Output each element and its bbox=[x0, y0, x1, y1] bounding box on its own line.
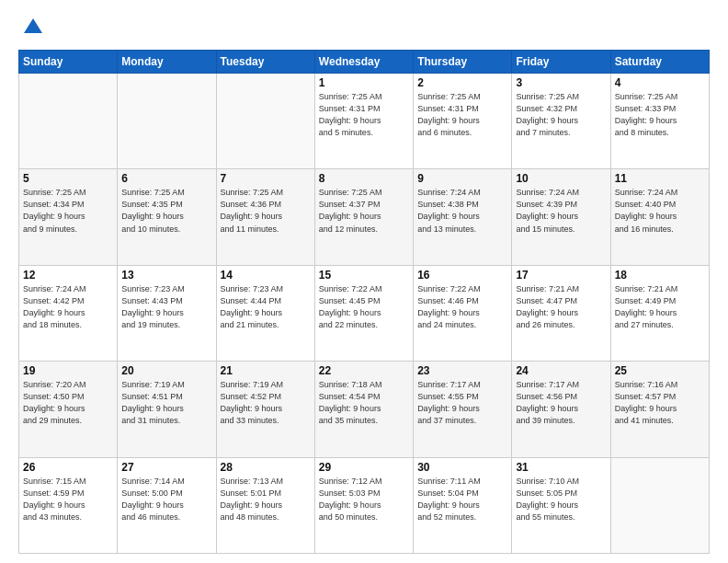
day-info: Sunrise: 7:13 AM Sunset: 5:01 PM Dayligh… bbox=[221, 476, 311, 523]
header bbox=[18, 15, 710, 40]
calendar-cell: 11Sunrise: 7:24 AM Sunset: 4:40 PM Dayli… bbox=[610, 169, 709, 265]
calendar-cell: 15Sunrise: 7:22 AM Sunset: 4:45 PM Dayli… bbox=[314, 265, 413, 361]
day-info: Sunrise: 7:25 AM Sunset: 4:32 PM Dayligh… bbox=[516, 91, 606, 139]
day-info: Sunrise: 7:21 AM Sunset: 4:49 PM Dayligh… bbox=[615, 283, 705, 331]
logo-icon bbox=[20, 15, 46, 40]
day-info: Sunrise: 7:24 AM Sunset: 4:40 PM Dayligh… bbox=[615, 187, 705, 235]
day-number: 2 bbox=[417, 76, 507, 89]
calendar-cell: 7Sunrise: 7:25 AM Sunset: 4:36 PM Daylig… bbox=[216, 169, 314, 265]
calendar-cell: 22Sunrise: 7:18 AM Sunset: 4:54 PM Dayli… bbox=[314, 362, 413, 457]
day-number: 26 bbox=[23, 461, 113, 474]
weekday-header-monday: Monday bbox=[118, 51, 216, 74]
calendar-cell: 14Sunrise: 7:23 AM Sunset: 4:44 PM Dayli… bbox=[216, 265, 314, 361]
day-number: 10 bbox=[516, 172, 606, 185]
week-row-2: 12Sunrise: 7:24 AM Sunset: 4:42 PM Dayli… bbox=[19, 265, 710, 361]
day-number: 14 bbox=[221, 269, 311, 282]
calendar-cell: 30Sunrise: 7:11 AM Sunset: 5:04 PM Dayli… bbox=[414, 457, 512, 553]
calendar-cell: 17Sunrise: 7:21 AM Sunset: 4:47 PM Dayli… bbox=[512, 265, 610, 361]
calendar-cell: 8Sunrise: 7:25 AM Sunset: 4:37 PM Daylig… bbox=[314, 169, 413, 265]
week-row-4: 26Sunrise: 7:15 AM Sunset: 4:59 PM Dayli… bbox=[19, 457, 710, 553]
page: SundayMondayTuesdayWednesdayThursdayFrid… bbox=[0, 0, 728, 563]
weekday-header-tuesday: Tuesday bbox=[216, 51, 314, 74]
day-info: Sunrise: 7:18 AM Sunset: 4:54 PM Dayligh… bbox=[319, 379, 409, 427]
calendar-cell: 20Sunrise: 7:19 AM Sunset: 4:51 PM Dayli… bbox=[118, 362, 216, 457]
day-number: 31 bbox=[516, 461, 606, 474]
day-number: 29 bbox=[319, 461, 409, 474]
day-number: 1 bbox=[319, 76, 409, 89]
weekday-header-sunday: Sunday bbox=[19, 51, 118, 74]
day-info: Sunrise: 7:21 AM Sunset: 4:47 PM Dayligh… bbox=[516, 283, 606, 331]
day-info: Sunrise: 7:12 AM Sunset: 5:03 PM Dayligh… bbox=[319, 476, 409, 523]
day-number: 25 bbox=[615, 364, 705, 377]
calendar-cell: 26Sunrise: 7:15 AM Sunset: 4:59 PM Dayli… bbox=[19, 457, 118, 553]
day-number: 13 bbox=[121, 269, 211, 282]
week-row-3: 19Sunrise: 7:20 AM Sunset: 4:50 PM Dayli… bbox=[19, 362, 710, 457]
calendar-cell: 16Sunrise: 7:22 AM Sunset: 4:46 PM Dayli… bbox=[414, 265, 512, 361]
day-info: Sunrise: 7:23 AM Sunset: 4:44 PM Dayligh… bbox=[221, 283, 311, 331]
day-number: 21 bbox=[221, 364, 311, 377]
calendar-cell: 10Sunrise: 7:24 AM Sunset: 4:39 PM Dayli… bbox=[512, 169, 610, 265]
day-info: Sunrise: 7:19 AM Sunset: 4:52 PM Dayligh… bbox=[221, 379, 311, 427]
calendar-cell: 27Sunrise: 7:14 AM Sunset: 5:00 PM Dayli… bbox=[118, 457, 216, 553]
day-info: Sunrise: 7:25 AM Sunset: 4:33 PM Dayligh… bbox=[615, 91, 705, 139]
calendar-cell: 5Sunrise: 7:25 AM Sunset: 4:34 PM Daylig… bbox=[19, 169, 118, 265]
calendar-cell: 29Sunrise: 7:12 AM Sunset: 5:03 PM Dayli… bbox=[314, 457, 413, 553]
calendar-cell: 13Sunrise: 7:23 AM Sunset: 4:43 PM Dayli… bbox=[118, 265, 216, 361]
day-info: Sunrise: 7:25 AM Sunset: 4:37 PM Dayligh… bbox=[319, 187, 409, 235]
day-info: Sunrise: 7:24 AM Sunset: 4:42 PM Dayligh… bbox=[23, 283, 113, 331]
calendar-cell: 6Sunrise: 7:25 AM Sunset: 4:35 PM Daylig… bbox=[118, 169, 216, 265]
day-info: Sunrise: 7:17 AM Sunset: 4:55 PM Dayligh… bbox=[417, 379, 507, 427]
day-info: Sunrise: 7:24 AM Sunset: 4:39 PM Dayligh… bbox=[516, 187, 606, 235]
week-row-1: 5Sunrise: 7:25 AM Sunset: 4:34 PM Daylig… bbox=[19, 169, 710, 265]
calendar-cell bbox=[216, 74, 314, 169]
day-number: 8 bbox=[319, 172, 409, 185]
day-info: Sunrise: 7:15 AM Sunset: 4:59 PM Dayligh… bbox=[23, 476, 113, 523]
calendar-body: 1Sunrise: 7:25 AM Sunset: 4:31 PM Daylig… bbox=[19, 74, 710, 554]
day-info: Sunrise: 7:22 AM Sunset: 4:45 PM Dayligh… bbox=[319, 283, 409, 331]
day-info: Sunrise: 7:17 AM Sunset: 4:56 PM Dayligh… bbox=[516, 379, 606, 427]
calendar-cell: 3Sunrise: 7:25 AM Sunset: 4:32 PM Daylig… bbox=[512, 74, 610, 169]
day-info: Sunrise: 7:25 AM Sunset: 4:31 PM Dayligh… bbox=[319, 91, 409, 139]
calendar-cell: 25Sunrise: 7:16 AM Sunset: 4:57 PM Dayli… bbox=[610, 362, 709, 457]
day-number: 7 bbox=[221, 172, 311, 185]
day-info: Sunrise: 7:25 AM Sunset: 4:34 PM Dayligh… bbox=[23, 187, 113, 235]
day-number: 16 bbox=[417, 269, 507, 282]
calendar-cell bbox=[118, 74, 216, 169]
weekday-header-row: SundayMondayTuesdayWednesdayThursdayFrid… bbox=[19, 51, 710, 74]
calendar-cell: 18Sunrise: 7:21 AM Sunset: 4:49 PM Dayli… bbox=[610, 265, 709, 361]
day-info: Sunrise: 7:25 AM Sunset: 4:36 PM Dayligh… bbox=[221, 187, 311, 235]
day-info: Sunrise: 7:14 AM Sunset: 5:00 PM Dayligh… bbox=[121, 476, 211, 523]
calendar-cell: 23Sunrise: 7:17 AM Sunset: 4:55 PM Dayli… bbox=[414, 362, 512, 457]
calendar-cell bbox=[19, 74, 118, 169]
logo bbox=[18, 15, 46, 40]
day-info: Sunrise: 7:25 AM Sunset: 4:31 PM Dayligh… bbox=[417, 91, 507, 139]
calendar-cell: 19Sunrise: 7:20 AM Sunset: 4:50 PM Dayli… bbox=[19, 362, 118, 457]
calendar-cell: 28Sunrise: 7:13 AM Sunset: 5:01 PM Dayli… bbox=[216, 457, 314, 553]
day-number: 5 bbox=[23, 172, 113, 185]
day-info: Sunrise: 7:20 AM Sunset: 4:50 PM Dayligh… bbox=[23, 379, 113, 427]
day-number: 15 bbox=[319, 269, 409, 282]
day-number: 24 bbox=[516, 364, 606, 377]
week-row-0: 1Sunrise: 7:25 AM Sunset: 4:31 PM Daylig… bbox=[19, 74, 710, 169]
day-info: Sunrise: 7:24 AM Sunset: 4:38 PM Dayligh… bbox=[417, 187, 507, 235]
weekday-header-friday: Friday bbox=[512, 51, 610, 74]
day-number: 3 bbox=[516, 76, 606, 89]
calendar-cell: 24Sunrise: 7:17 AM Sunset: 4:56 PM Dayli… bbox=[512, 362, 610, 457]
day-info: Sunrise: 7:22 AM Sunset: 4:46 PM Dayligh… bbox=[417, 283, 507, 331]
day-number: 11 bbox=[615, 172, 705, 185]
day-info: Sunrise: 7:10 AM Sunset: 5:05 PM Dayligh… bbox=[516, 476, 606, 523]
calendar-cell: 9Sunrise: 7:24 AM Sunset: 4:38 PM Daylig… bbox=[414, 169, 512, 265]
day-info: Sunrise: 7:19 AM Sunset: 4:51 PM Dayligh… bbox=[121, 379, 211, 427]
day-number: 4 bbox=[615, 76, 705, 89]
day-info: Sunrise: 7:11 AM Sunset: 5:04 PM Dayligh… bbox=[417, 476, 507, 523]
day-number: 27 bbox=[121, 461, 211, 474]
day-number: 6 bbox=[121, 172, 211, 185]
day-number: 9 bbox=[417, 172, 507, 185]
day-info: Sunrise: 7:25 AM Sunset: 4:35 PM Dayligh… bbox=[121, 187, 211, 235]
calendar-cell: 4Sunrise: 7:25 AM Sunset: 4:33 PM Daylig… bbox=[610, 74, 709, 169]
day-number: 30 bbox=[417, 461, 507, 474]
calendar-cell: 21Sunrise: 7:19 AM Sunset: 4:52 PM Dayli… bbox=[216, 362, 314, 457]
day-number: 20 bbox=[121, 364, 211, 377]
day-number: 18 bbox=[615, 269, 705, 282]
svg-marker-0 bbox=[24, 18, 42, 33]
